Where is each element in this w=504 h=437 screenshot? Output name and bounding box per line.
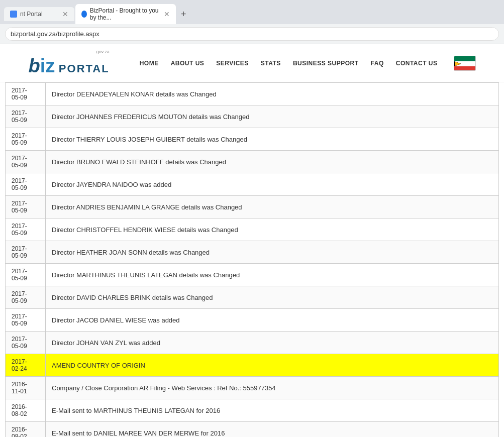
desc-cell: Director BRUNO EWALD STEINHOFF details w…: [46, 151, 499, 173]
table-row: 2016- 08-02E-Mail sent to MARTHINUS THEU…: [6, 399, 499, 422]
table-row: 2017- 05-09Director ANDRIES BENJAMIN LA …: [6, 196, 499, 219]
nav-business-support[interactable]: BUSINESS SUPPORT: [293, 60, 359, 67]
date-cell: 2017- 05-09: [6, 332, 46, 354]
address-input[interactable]: [5, 27, 499, 41]
table-row: 2017- 05-09Director MARTHINUS THEUNIS LA…: [6, 264, 499, 286]
logo-area: gov.za biz PORTAL: [28, 49, 109, 77]
table-row: 2017- 05-09Director CHRISTOFFEL HENDRIK …: [6, 219, 499, 241]
address-bar: [0, 24, 504, 44]
logo-b-letter: b: [28, 55, 40, 76]
date-cell: 2017- 05-09: [6, 151, 46, 173]
tab2-close[interactable]: ✕: [164, 10, 170, 18]
desc-cell: Director JAYENDRA NAIDOO was added: [46, 173, 499, 196]
table-row: 2017- 05-09Director JAYENDRA NAIDOO was …: [6, 173, 499, 196]
history-table: 2017- 05-09Director DEENADEYALEN KONAR d…: [5, 82, 499, 437]
nav-services[interactable]: SERVICES: [216, 60, 248, 67]
desc-cell: Director THIERRY LOUIS JOSEPH GUIBERT de…: [46, 128, 499, 151]
date-cell: 2017- 05-09: [6, 219, 46, 241]
sa-flag: [454, 56, 476, 71]
date-cell: 2017- 05-09: [6, 105, 46, 128]
desc-cell: Director HEATHER JOAN SONN details was C…: [46, 241, 499, 264]
nav-about[interactable]: ABOUT US: [171, 60, 205, 67]
date-cell: 2017- 05-09: [6, 173, 46, 196]
site-header: gov.za biz PORTAL HOME ABOUT US SERVICES…: [0, 44, 504, 82]
date-cell: 2016- 11-01: [6, 377, 46, 399]
table-row: 2017- 05-09Director JOHANNES FREDERICUS …: [6, 105, 499, 128]
tab1-favicon: [10, 11, 17, 18]
desc-cell: Director DAVID CHARLES BRINK details was…: [46, 286, 499, 309]
tab1-label: nt Portal: [20, 11, 43, 18]
table-row: 2017- 05-09Director BRUNO EWALD STEINHOF…: [6, 151, 499, 173]
tab-bar: nt Portal ✕ BizPortal - Brought to you b…: [0, 0, 504, 24]
table-row: 2016- 08-02E-Mail sent to DANIEL MAREE V…: [6, 422, 499, 438]
desc-cell: Director JOHANNES FREDERICUS MOUTON deta…: [46, 105, 499, 128]
tab2-label: BizPortal - Brought to you by the...: [90, 7, 161, 21]
browser-chrome: nt Portal ✕ BizPortal - Brought to you b…: [0, 0, 504, 44]
desc-cell: Director CHRISTOFFEL HENDRIK WIESE detai…: [46, 219, 499, 241]
desc-cell: Director JOHAN VAN ZYL was added: [46, 332, 499, 354]
date-cell: 2017- 02-24: [6, 354, 46, 377]
tab2-favicon: [81, 11, 87, 18]
gov-badge: gov.za: [28, 49, 109, 54]
table-row: 2017- 05-09Director THIERRY LOUIS JOSEPH…: [6, 128, 499, 151]
date-cell: 2017- 05-09: [6, 128, 46, 151]
desc-cell: E-Mail sent to MARTHINUS THEUNIS LATEGAN…: [46, 399, 499, 422]
table-row: 2017- 05-09Director DAVID CHARLES BRINK …: [6, 286, 499, 309]
logo-portal-text: PORTAL: [59, 62, 110, 75]
desc-cell: Director MARTHINUS THEUNIS LATEGAN detai…: [46, 264, 499, 286]
date-cell: 2016- 08-02: [6, 399, 46, 422]
date-cell: 2017- 05-09: [6, 83, 46, 105]
table-row: 2016- 11-01Company / Close Corporation A…: [6, 377, 499, 399]
table-row: 2017- 05-09Director JACOB DANIEL WIESE w…: [6, 309, 499, 332]
date-cell: 2017- 05-09: [6, 264, 46, 286]
tab1-close[interactable]: ✕: [62, 10, 68, 18]
tab-1[interactable]: nt Portal ✕: [4, 7, 74, 21]
desc-cell: E-Mail sent to DANIEL MAREE VAN DER MERW…: [46, 422, 499, 438]
table-row: 2017- 05-09Director JOHAN VAN ZYL was ad…: [6, 332, 499, 354]
desc-cell: Director JACOB DANIEL WIESE was added: [46, 309, 499, 332]
nav-home[interactable]: HOME: [140, 60, 159, 67]
tab-2[interactable]: BizPortal - Brought to you by the... ✕: [75, 4, 176, 24]
desc-cell: Director ANDRIES BENJAMIN LA GRANGE deta…: [46, 196, 499, 219]
desc-cell: Director DEENADEYALEN KONAR details was …: [46, 83, 499, 105]
nav-faq[interactable]: FAQ: [371, 60, 384, 67]
desc-cell: AMEND COUNTRY OF ORIGIN: [46, 354, 499, 377]
date-cell: 2017- 05-09: [6, 309, 46, 332]
table-row: 2017- 05-09Director DEENADEYALEN KONAR d…: [6, 83, 499, 105]
new-tab-button[interactable]: +: [177, 7, 190, 22]
desc-cell: Company / Close Corporation AR Filing - …: [46, 377, 499, 399]
date-cell: 2016- 08-02: [6, 422, 46, 438]
nav-contact[interactable]: CONTACT US: [396, 60, 438, 67]
nav-stats[interactable]: STATS: [261, 60, 281, 67]
logo-iz-letters: iz: [40, 55, 55, 76]
table-row: 2017- 05-09Director HEATHER JOAN SONN de…: [6, 241, 499, 264]
date-cell: 2017- 05-09: [6, 286, 46, 309]
date-cell: 2017- 05-09: [6, 196, 46, 219]
site-nav: HOME ABOUT US SERVICES STATS BUSINESS SU…: [140, 56, 476, 71]
date-cell: 2017- 05-09: [6, 241, 46, 264]
table-row: 2017- 02-24AMEND COUNTRY OF ORIGIN: [6, 354, 499, 377]
main-content: 2017- 05-09Director DEENADEYALEN KONAR d…: [0, 82, 504, 437]
